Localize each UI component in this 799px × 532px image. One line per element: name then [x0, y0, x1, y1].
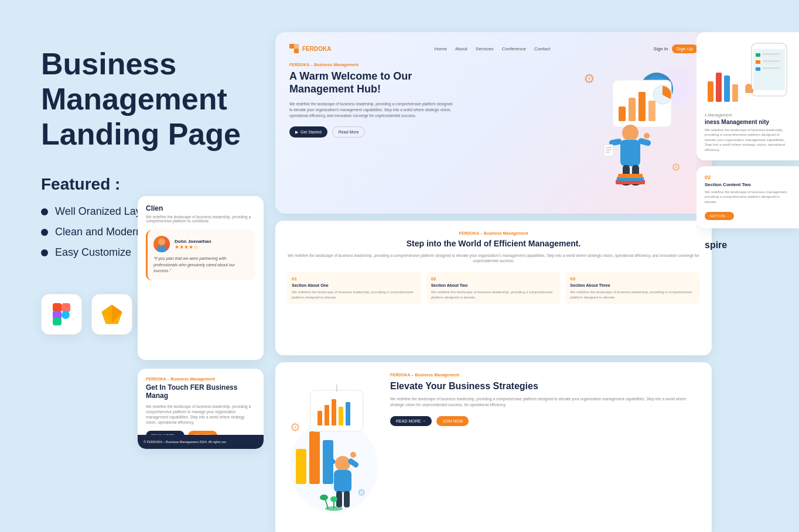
right-section-num: 02	[705, 174, 791, 180]
contact-footer-bar: © FERDOKA – Business Management 2024. Al…	[138, 435, 264, 449]
hero-nav: FERDOKA Home About Services Conference C…	[289, 44, 698, 53]
read-more-dark-button[interactable]: READ MORE →	[390, 416, 432, 426]
sign-in-button[interactable]: Sign In	[654, 44, 668, 53]
bottom-section: ⚙ ⚙	[275, 362, 712, 532]
right-illustration-svg	[705, 40, 793, 111]
svg-rect-20	[629, 98, 636, 121]
svg-rect-71	[763, 53, 780, 55]
svg-rect-43	[309, 431, 320, 484]
svg-rect-11	[294, 49, 299, 53]
hero-card: FERDOKA Home About Services Conference C…	[275, 32, 712, 214]
middle-section: FERDOKA – Business Management Step into …	[275, 221, 712, 355]
svg-text:⚙: ⚙	[357, 488, 366, 497]
bullet-icon	[41, 249, 48, 256]
svg-rect-39	[618, 174, 643, 178]
review-text: "If you plan that we were partnering wit…	[153, 256, 250, 274]
sketch-tool-icon	[91, 294, 132, 335]
testimonial-card: Clien We redefine the landscape of busin…	[138, 196, 264, 360]
testimonial-subtitle: We redefine the landscape of business le…	[146, 215, 255, 223]
avatar-svg	[153, 236, 170, 252]
hero-content: FERDOKA – Business Management A Warm Wel…	[289, 63, 698, 191]
svg-rect-76	[756, 67, 760, 71]
elevate-illustration-svg: ⚙ ⚙	[287, 373, 381, 525]
reviewer-name: Dohn Joenathan	[175, 239, 211, 244]
elevate-content: FERDOKA – Business Management Elevate Yo…	[390, 373, 700, 527]
sign-up-button[interactable]: Sign Up	[672, 44, 698, 53]
svg-rect-0	[53, 303, 62, 312]
testimonial-title: Clien	[146, 204, 255, 212]
svg-rect-21	[638, 92, 646, 121]
svg-point-54	[335, 456, 350, 471]
eff-section-1: 01 Section About One We redefine the lan…	[287, 272, 422, 304]
figma-logo-svg	[53, 303, 70, 325]
reviewer-details: Dohn Joenathan ★★★★☆	[175, 239, 211, 250]
svg-rect-79	[745, 88, 753, 93]
svg-rect-81	[716, 73, 722, 102]
svg-rect-22	[648, 101, 655, 121]
elevate-buttons: READ MORE → JOIN NOW	[390, 416, 700, 426]
right-section-desc: We redefine the landscape of business ma…	[705, 190, 791, 204]
right-partial-panel: s Management iness Management nity We re…	[696, 32, 799, 256]
right-mgmt-eyebrow: s Management	[705, 113, 791, 117]
review-card: Dohn Joenathan ★★★★☆ "If you plan that w…	[146, 230, 255, 280]
footer-copyright: © FERDOKA – Business Management 2024. Al…	[144, 440, 226, 444]
right-section-card: 02 Section Content Two We redefine the l…	[696, 166, 799, 228]
hero-buttons: ▶ Get Started Read More	[289, 126, 453, 138]
section-btn[interactable]: SECTION →	[705, 212, 734, 220]
efficient-card: FERDOKA – Business Management Step into …	[275, 221, 712, 355]
svg-rect-1	[62, 303, 70, 312]
svg-rect-42	[296, 449, 306, 484]
svg-rect-3	[53, 318, 62, 325]
right-bottom: spire	[696, 234, 799, 256]
figma-tool-icon	[41, 294, 82, 335]
hero-logo: FERDOKA	[289, 44, 331, 53]
reviewer-avatar	[153, 236, 170, 252]
right-mgmt-description: We redefine the landscape of business le…	[705, 128, 791, 152]
bullet-icon	[41, 229, 48, 236]
elevate-card: ⚙ ⚙	[275, 362, 712, 532]
svg-rect-67	[157, 246, 166, 252]
hero-heading: A Warm Welcome to Our Management Hub!	[289, 70, 453, 95]
efficient-title: Step into the World of Efficient Managem…	[287, 239, 700, 248]
svg-rect-72	[763, 56, 776, 57]
svg-point-64	[330, 496, 337, 502]
right-mgmt-title: iness Management nity	[705, 119, 791, 125]
right-section-title: Section Content Two	[705, 182, 791, 187]
join-now-button[interactable]: JOIN NOW	[436, 416, 469, 426]
right-mgmt-card: s Management iness Management nity We re…	[696, 32, 799, 160]
sketch-logo-svg	[100, 304, 124, 325]
eff-section-3: 03 Section About Three We redefine the l…	[565, 272, 700, 304]
hero-text-block: FERDOKA – Business Management A Warm Wel…	[289, 63, 453, 138]
svg-rect-25	[620, 140, 640, 166]
svg-text:⚙: ⚙	[671, 162, 681, 173]
efficient-description: We redefine the landscape of business le…	[287, 253, 700, 263]
svg-rect-49	[332, 399, 336, 425]
reviewer-info: Dohn Joenathan ★★★★☆	[153, 236, 250, 252]
hero-illustration: $ ⚙	[581, 63, 698, 191]
preview-area: FERDOKA Home About Services Conference C…	[275, 32, 712, 518]
svg-rect-33	[604, 145, 613, 156]
svg-text:⚙: ⚙	[290, 421, 301, 434]
contact-eyebrow: FERDOKA – Business Management	[146, 377, 255, 381]
read-more-button[interactable]: Read More	[332, 126, 366, 138]
svg-point-65	[350, 452, 356, 458]
svg-rect-12	[294, 44, 299, 49]
hero-nav-links: Home About Services Conference Contact	[435, 46, 551, 52]
eff-section-2: 02 Section About Two We redefine the lan…	[426, 272, 561, 304]
svg-rect-70	[756, 53, 760, 57]
svg-rect-51	[346, 402, 350, 425]
svg-rect-19	[619, 107, 626, 121]
inspire-text: spire	[705, 240, 791, 250]
svg-text:⚙: ⚙	[583, 71, 595, 86]
hero-illustration-svg: $ ⚙	[581, 63, 698, 191]
svg-point-62	[320, 495, 328, 500]
svg-point-24	[622, 125, 638, 141]
contact-description: We redefine the landscape of business le…	[146, 404, 255, 425]
svg-rect-83	[732, 84, 738, 102]
bullet-icon	[41, 208, 48, 215]
contact-title: Get In Touch FER Business Manag	[146, 383, 255, 400]
svg-rect-73	[756, 60, 760, 64]
svg-rect-50	[339, 407, 343, 425]
get-started-button[interactable]: ▶ Get Started	[289, 126, 327, 138]
elevate-illustration: ⚙ ⚙	[287, 373, 381, 527]
